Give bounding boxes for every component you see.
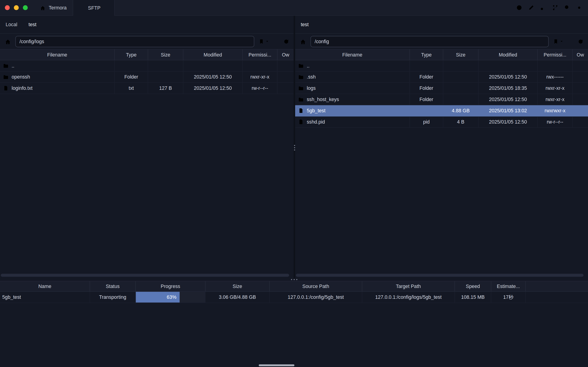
file-icon <box>3 85 9 91</box>
bookmark-icon <box>258 38 264 44</box>
settings-button[interactable] <box>576 5 582 11</box>
column-header-permissions[interactable]: Permissi... <box>538 49 573 60</box>
folder-icon <box>298 63 304 68</box>
plus-icon <box>119 5 125 10</box>
record-icon <box>516 5 522 11</box>
edit-button[interactable] <box>528 5 534 11</box>
tab-sftp-close-button[interactable] <box>104 6 108 10</box>
left-path-input[interactable] <box>15 36 254 47</box>
folder-icon <box>3 74 9 80</box>
transfer-table-header: Name Status Progress Size Source Path Ta… <box>0 281 588 292</box>
column-header-progress[interactable]: Progress <box>136 281 205 292</box>
left-tab-test[interactable]: test <box>23 16 50 33</box>
table-row[interactable]: .. <box>0 60 294 72</box>
close-icon <box>104 6 108 10</box>
right-path-input[interactable] <box>311 36 549 47</box>
table-row[interactable]: loginfo.txt txt 127 B 2025/01/05 12:50 r… <box>0 83 294 94</box>
column-header-owner[interactable]: Ow <box>277 49 294 60</box>
tab-sftp[interactable]: SFTP <box>73 0 115 16</box>
column-header-source-path[interactable]: Source Path <box>270 281 362 292</box>
column-header-estimate[interactable]: Estimate... <box>491 281 526 292</box>
app-window: Termora SFTP Local test <box>0 0 588 367</box>
column-header-type[interactable]: Type <box>115 49 148 60</box>
right-file-pane: test <box>295 16 588 279</box>
right-horizontal-scrollbar[interactable] <box>296 274 583 277</box>
snippets-button[interactable] <box>552 5 558 11</box>
left-tab-local[interactable]: Local <box>0 16 23 33</box>
key-icon <box>540 5 546 11</box>
table-row[interactable]: ssh_host_keys Folder 2025/01/05 12:50 rw… <box>295 94 588 105</box>
column-header-modified[interactable]: Modified <box>478 49 538 60</box>
table-row[interactable]: openssh Folder 2025/01/05 12:50 rwxr-xr-… <box>0 71 294 83</box>
table-row[interactable]: .. <box>295 60 588 72</box>
chevron-down-icon <box>265 40 269 43</box>
titlebar-actions <box>516 0 588 15</box>
column-header-size[interactable]: Size <box>443 49 478 60</box>
window-close-button[interactable] <box>5 5 10 10</box>
left-horizontal-scrollbar[interactable] <box>1 274 289 277</box>
table-row[interactable]: .ssh Folder 2025/01/05 12:50 rwx------ <box>295 71 588 83</box>
search-button[interactable] <box>564 5 571 11</box>
filename: loginfo.txt <box>12 85 33 91</box>
left-pane-new-tab-button[interactable] <box>50 16 66 33</box>
transfer-panel-splitter-handle[interactable] <box>0 278 588 281</box>
pane-splitter-handle[interactable] <box>292 142 297 153</box>
transfer-status: Transporting <box>90 292 136 302</box>
transfer-row[interactable]: 5gb_test Transporting 63% 3.06 GB/4.88 G… <box>0 292 588 303</box>
folder-icon <box>298 74 304 80</box>
right-table-header: Filename Type Size Modified Permissi... … <box>295 49 588 60</box>
column-header-owner[interactable]: Ow <box>573 49 588 60</box>
right-home-button[interactable] <box>299 38 306 45</box>
column-header-filename[interactable]: Filename <box>0 49 115 60</box>
column-header-target-path[interactable]: Target Path <box>362 281 455 292</box>
window-controls <box>0 0 34 15</box>
table-row-selected[interactable]: 5gb_test 4.88 GB 2025/01/05 13:02 rwxrwx… <box>295 105 588 117</box>
tab-sftp-label: SFTP <box>88 5 101 11</box>
plus-icon <box>56 22 61 27</box>
column-header-status[interactable]: Status <box>90 281 136 292</box>
transfer-row-filler <box>526 292 588 302</box>
column-header-permissions[interactable]: Permissi... <box>243 49 278 60</box>
record-button[interactable] <box>516 5 522 11</box>
tab-termora[interactable]: Termora <box>34 0 73 15</box>
keys-button[interactable] <box>540 5 546 11</box>
filename: logs <box>307 85 315 91</box>
left-table-header: Filename Type Size Modified Permissi... … <box>0 49 294 60</box>
transfer-horizontal-scrollbar[interactable] <box>259 365 294 366</box>
filename: .ssh <box>307 74 315 80</box>
right-bookmark-button[interactable] <box>553 38 563 44</box>
transfer-panel: Name Status Progress Size Source Path Ta… <box>0 281 588 367</box>
column-header-speed[interactable]: Speed <box>455 281 491 292</box>
right-tab-test[interactable]: test <box>295 16 323 33</box>
column-header-type[interactable]: Type <box>410 49 443 60</box>
left-pane-tabs: Local test <box>0 16 294 33</box>
column-header-filename[interactable]: Filename <box>295 49 410 60</box>
right-tab-test-close-button[interactable] <box>313 23 317 27</box>
column-header-modified[interactable]: Modified <box>183 49 243 60</box>
right-refresh-button[interactable] <box>577 38 583 44</box>
left-refresh-button[interactable] <box>283 38 289 44</box>
right-path-toolbar <box>295 34 588 49</box>
progress-fill: 63% <box>136 292 179 302</box>
right-file-table: Filename Type Size Modified Permissi... … <box>295 49 588 279</box>
table-row[interactable]: sshd.pid pid 4 B 2025/01/05 12:50 rw-r--… <box>295 117 588 128</box>
column-header-size[interactable]: Size <box>205 281 270 292</box>
refresh-icon <box>577 38 583 44</box>
table-row[interactable]: logs Folder 2025/01/05 18:35 rwxr-xr-x <box>295 83 588 94</box>
left-bookmark-button[interactable] <box>258 38 269 44</box>
filename: 5gb_test <box>307 108 325 113</box>
folder-icon <box>298 97 304 102</box>
right-pane-new-tab-button[interactable] <box>323 16 338 33</box>
filename: ssh_host_keys <box>307 97 339 102</box>
left-home-button[interactable] <box>5 38 11 45</box>
left-parent-dir-button[interactable] <box>273 38 279 44</box>
right-parent-dir-button[interactable] <box>567 38 573 44</box>
left-tab-test-close-button[interactable] <box>41 23 45 27</box>
filename: sshd.pid <box>307 119 325 125</box>
window-zoom-button[interactable] <box>23 5 28 10</box>
bookmark-slash-icon <box>553 38 559 44</box>
column-header-name[interactable]: Name <box>0 281 90 292</box>
new-tab-button[interactable] <box>115 0 130 15</box>
window-minimize-button[interactable] <box>14 5 19 10</box>
column-header-size[interactable]: Size <box>148 49 183 60</box>
